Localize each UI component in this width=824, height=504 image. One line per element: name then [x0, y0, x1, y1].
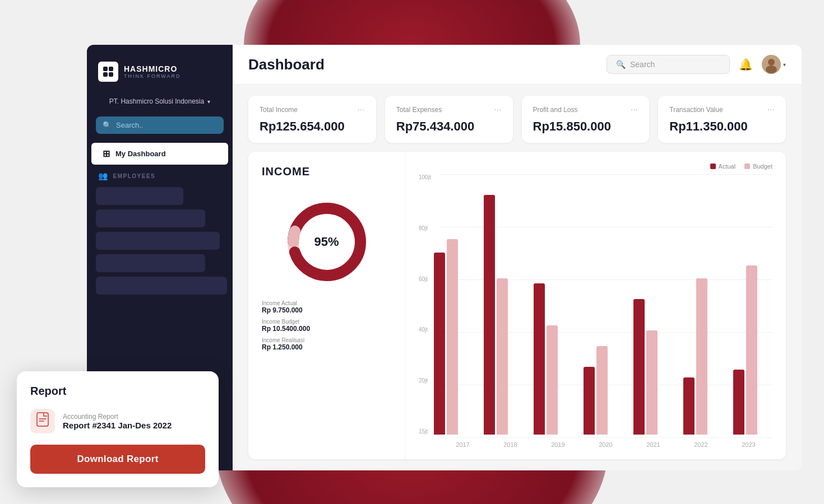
- bell-icon[interactable]: 🔔: [739, 58, 753, 71]
- income-stat-realisasi: Income Realisasi Rp 1.250.000: [262, 337, 391, 351]
- nav-skeleton-2: [96, 209, 205, 227]
- svg-rect-0: [103, 67, 108, 71]
- bar-budget-2019: [547, 325, 558, 435]
- bars-row: [419, 174, 772, 435]
- header-search-bar[interactable]: 🔍: [607, 55, 730, 74]
- stat-label-expenses: Total Expenses: [396, 106, 442, 114]
- bar-actual-2019: [534, 283, 545, 435]
- avatar-chevron-icon: ▾: [783, 62, 786, 68]
- bar-group-2017: [421, 174, 471, 435]
- stat-value-expenses: Rp75.434.000: [396, 119, 474, 133]
- logo-icon: [98, 62, 118, 82]
- report-info: Accounting Report Report #2341 Jan-Des 2…: [63, 413, 172, 430]
- bar-budget-2017: [447, 239, 458, 435]
- stat-card-income: Total Income ··· Rp125.654.000: [248, 96, 376, 143]
- x-axis-label-2017: 2017: [439, 441, 487, 448]
- stat-label-profit: Profit and Loss: [533, 106, 578, 114]
- x-axis-label-2018: 2018: [487, 441, 534, 448]
- avatar: [762, 55, 781, 74]
- search-input[interactable]: [116, 121, 217, 129]
- stat-menu-expenses[interactable]: ···: [494, 105, 501, 115]
- bar-actual-2020: [584, 367, 595, 435]
- bar-budget-2021: [646, 330, 658, 435]
- income-realisasi-label: Income Realisasi: [262, 337, 391, 343]
- income-budget-value: Rp 10.5400.000: [262, 325, 391, 333]
- stat-card-profit: Profit and Loss ··· Rp15.850.000: [522, 96, 650, 143]
- bar-chart-inner: 15jt 20jt 40jt 60jt 80jt 100jt: [419, 174, 772, 448]
- bar-chart-container: 15jt 20jt 40jt 60jt 80jt 100jt: [419, 174, 772, 448]
- income-stats: Income Actual Rp 9.750.000 Income Budget…: [262, 300, 391, 351]
- stat-menu-transaction[interactable]: ···: [767, 105, 775, 115]
- employees-section-label: 👥 EMPLOYEES: [87, 165, 233, 185]
- report-icon-wrap: [30, 409, 55, 433]
- x-axis-label-2021: 2021: [629, 441, 677, 448]
- legend-actual-dot: [710, 164, 716, 169]
- svg-rect-10: [37, 413, 48, 426]
- income-realisasi-value: Rp 1.250.000: [262, 343, 391, 351]
- bar-group-2020: [571, 174, 621, 435]
- report-item: Accounting Report Report #2341 Jan-Des 2…: [30, 409, 205, 433]
- stat-label-income: Total Income: [260, 106, 298, 114]
- income-stat-budget: Income Budget Rp 10.5400.000: [262, 319, 391, 333]
- stat-value-transaction: Rp11.350.000: [669, 119, 747, 133]
- svg-rect-3: [109, 72, 113, 77]
- sidebar-item-my-dashboard[interactable]: ⊞ My Dashboard: [91, 143, 228, 165]
- donut-chart-container: 95%: [262, 197, 391, 287]
- employees-icon: 👥: [98, 171, 109, 180]
- company-selector[interactable]: PT. Hashmicro Solusi Indonesia ▾: [87, 93, 233, 110]
- x-axis-label-2019: 2019: [534, 441, 582, 448]
- nav-skeleton-4: [96, 254, 205, 272]
- stat-card-transaction: Transaction Value ··· Rp11.350.000: [658, 96, 786, 143]
- income-left-panel: INCOME 95% Income Actual R: [248, 152, 405, 459]
- grid-line-1: [439, 437, 772, 438]
- bar-actual-2023: [733, 370, 744, 435]
- stats-row: Total Income ··· Rp125.654.000 Total Exp…: [233, 85, 802, 152]
- x-axis-label-2020: 2020: [582, 441, 629, 448]
- legend-actual-label: Actual: [719, 163, 736, 170]
- avatar-area[interactable]: ▾: [762, 55, 786, 74]
- stat-value-income: Rp125.654.000: [260, 119, 345, 133]
- nav-skeleton-3: [96, 232, 220, 250]
- stat-value-profit: Rp15.850.000: [533, 119, 611, 133]
- x-axis: 2017201820192020202120222023: [439, 438, 772, 448]
- report-file-icon: [36, 412, 49, 431]
- report-popup-title: Report: [30, 385, 205, 398]
- dashboard-icon: ⊞: [103, 148, 110, 159]
- bar-actual-2022: [683, 377, 695, 435]
- bar-budget-2022: [696, 278, 707, 435]
- logo-brand: HASHMICRO: [124, 64, 181, 73]
- bar-group-2023: [720, 174, 770, 435]
- stat-label-transaction: Transaction Value: [669, 106, 723, 114]
- page-title: Dashboard: [248, 56, 325, 73]
- bars-area: 2017201820192020202120222023: [439, 174, 772, 448]
- header-right: 🔍 🔔 ▾: [607, 55, 786, 74]
- sidebar-search[interactable]: 🔍: [96, 116, 224, 134]
- bar-actual-2021: [633, 299, 645, 435]
- chart-legend: Actual Budget: [419, 163, 772, 170]
- logo-area: HASHMICRO THINK FORWARD: [87, 56, 233, 93]
- bar-budget-2023: [746, 265, 757, 435]
- bar-group-2019: [521, 174, 571, 435]
- header: Dashboard 🔍 🔔 ▾: [233, 45, 802, 85]
- logo-text: HASHMICRO THINK FORWARD: [124, 64, 181, 79]
- stat-menu-profit[interactable]: ···: [631, 105, 638, 115]
- income-stat-actual: Income Actual Rp 9.750.000: [262, 300, 391, 314]
- search-input[interactable]: [630, 60, 720, 69]
- report-name: Report #2341 Jan-Des 2022: [63, 421, 172, 430]
- report-popup: Report Accounting Report Report #2341 Ja…: [17, 371, 219, 487]
- x-axis-label-2022: 2022: [677, 441, 725, 448]
- svg-rect-1: [109, 67, 113, 71]
- income-title: INCOME: [262, 165, 391, 178]
- stat-menu-income[interactable]: ···: [357, 105, 364, 115]
- income-budget-label: Income Budget: [262, 319, 391, 325]
- legend-budget-label: Budget: [753, 163, 772, 170]
- search-icon: 🔍: [103, 121, 112, 129]
- donut-percent-label: 95%: [314, 235, 339, 249]
- legend-budget: Budget: [744, 163, 772, 170]
- bar-budget-2018: [497, 278, 508, 435]
- company-name: PT. Hashmicro Solusi Indonesia: [109, 97, 204, 105]
- sidebar-item-label: My Dashboard: [115, 150, 166, 158]
- income-section: INCOME 95% Income Actual R: [248, 152, 786, 459]
- logo-tagline: THINK FORWARD: [124, 73, 181, 79]
- download-report-button[interactable]: Download Report: [30, 445, 205, 474]
